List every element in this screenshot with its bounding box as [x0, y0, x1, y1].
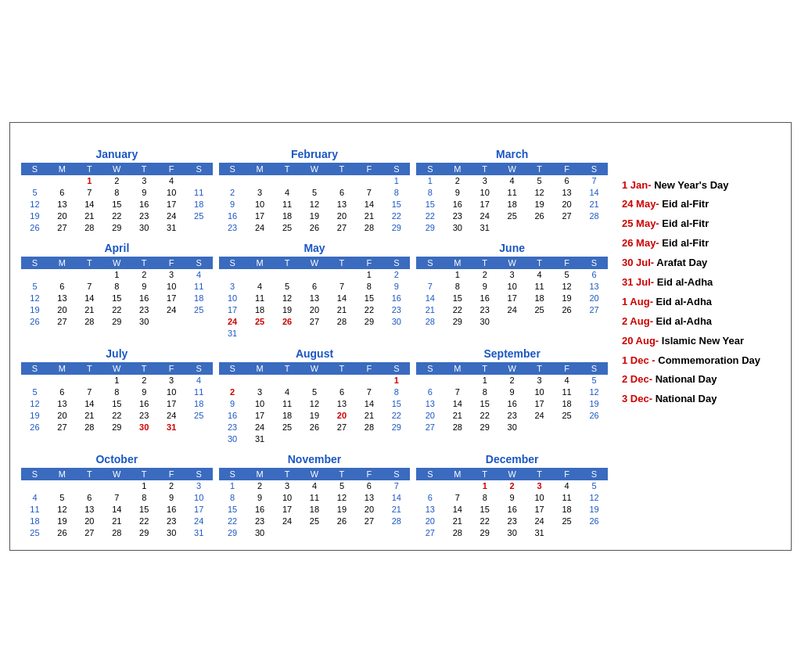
day-header: T [526, 163, 553, 175]
calendar-day: 16 [219, 410, 246, 422]
calendar-day: 6 [355, 480, 383, 492]
day-header: W [301, 468, 329, 480]
holiday-item: 2 Dec- National Day [622, 373, 780, 386]
calendar-day: 13 [580, 281, 608, 293]
day-header: T [526, 362, 553, 375]
calendar-day [553, 222, 580, 234]
calendar-day: 25 [301, 516, 329, 527]
day-header: S [580, 163, 608, 175]
day-header: S [416, 257, 444, 269]
day-header: M [246, 362, 274, 375]
calendar-day: 12 [21, 398, 48, 410]
calendar-day: 5 [48, 492, 76, 504]
day-header: S [185, 468, 213, 480]
calendar-day: 11 [274, 199, 301, 210]
holiday-item: 24 May- Eid al-Fitr [622, 198, 780, 211]
calendar-day: 19 [526, 199, 553, 210]
calendar-day: 22 [471, 516, 498, 527]
calendar-day: 2 [498, 480, 526, 492]
day-header: M [444, 163, 471, 175]
calendar-day [48, 480, 76, 492]
month-block: AprilSMTWTFS1234567891011121314151617181… [21, 242, 213, 340]
calendar-day: 11 [553, 492, 580, 504]
calendar-day [185, 222, 213, 234]
day-header: W [498, 468, 526, 480]
month-table: SMTWTFS123456789101112131415161718192021… [416, 257, 608, 328]
calendar-day: 7 [103, 492, 131, 504]
calendar-day: 22 [103, 210, 131, 222]
holiday-date: 20 Aug- [622, 335, 659, 347]
calendar-day: 28 [103, 527, 131, 539]
calendar-day [355, 527, 383, 539]
day-header: M [444, 468, 471, 480]
calendar-day: 7 [76, 386, 103, 398]
calendar-day: 2 [219, 386, 246, 398]
calendar-day: 12 [301, 199, 329, 210]
calendar-day [185, 175, 213, 187]
calendar-day [444, 375, 471, 386]
calendar-day: 18 [185, 398, 213, 410]
calendar-day: 22 [355, 304, 383, 316]
calendar-day: 9 [498, 386, 526, 398]
calendar-day: 18 [274, 210, 301, 222]
calendar-day: 8 [383, 187, 410, 199]
calendar-day: 17 [158, 199, 185, 210]
calendar-day: 21 [355, 210, 383, 222]
calendar-day: 9 [471, 281, 498, 293]
calendar-day: 7 [416, 281, 444, 293]
holiday-name: National Day [652, 393, 717, 404]
calendar-day: 16 [131, 199, 158, 210]
calendar-day: 22 [103, 410, 131, 422]
day-header: S [580, 362, 608, 375]
calendar-day [416, 269, 444, 281]
calendar-day: 29 [383, 222, 410, 234]
calendar-day: 21 [444, 410, 471, 422]
calendar-day: 12 [580, 386, 608, 398]
calendar-day: 29 [103, 422, 131, 433]
calendar-day: 2 [444, 175, 471, 187]
calendar-day: 30 [131, 222, 158, 234]
calendar-day: 24 [219, 316, 246, 328]
calendar-day: 26 [301, 422, 329, 433]
calendar-day: 17 [219, 304, 246, 316]
calendar-day: 6 [48, 386, 76, 398]
month-table: SMTWTFS123456789101112131415161718192021… [416, 362, 608, 433]
day-header: F [553, 362, 580, 375]
calendar-day: 5 [526, 175, 553, 187]
calendar-day: 5 [328, 480, 355, 492]
calendar-day: 24 [158, 304, 185, 316]
calendar-day: 13 [328, 199, 355, 210]
calendar-day: 16 [131, 398, 158, 410]
calendar-day [246, 269, 274, 281]
calendar-day: 13 [416, 504, 444, 516]
calendar-day: 12 [526, 187, 553, 199]
calendar-day: 14 [444, 398, 471, 410]
calendar-day: 13 [48, 199, 76, 210]
calendar-day: 27 [48, 422, 76, 433]
day-header: T [76, 468, 103, 480]
calendar-day: 16 [498, 398, 526, 410]
calendar-day: 23 [498, 410, 526, 422]
calendar-day: 10 [158, 187, 185, 199]
calendar-day: 9 [444, 187, 471, 199]
calendar-day: 29 [471, 422, 498, 433]
calendar-day: 1 [383, 175, 410, 187]
calendar-day: 21 [76, 304, 103, 316]
day-header: S [219, 257, 246, 269]
calendar-day: 20 [48, 304, 76, 316]
calendar-day [498, 316, 526, 328]
calendar-day: 19 [21, 410, 48, 422]
day-header: T [328, 468, 355, 480]
calendar-day: 24 [185, 516, 213, 527]
day-header: S [185, 163, 213, 175]
calendar-day: 6 [76, 492, 103, 504]
calendar-day: 23 [246, 516, 274, 527]
holiday-item: 25 May- Eid al-Fitr [622, 217, 780, 231]
calendar-day: 14 [355, 398, 383, 410]
calendar-day: 3 [498, 269, 526, 281]
calendar-day: 16 [498, 504, 526, 516]
holiday-date: 1 Aug- [622, 296, 653, 307]
day-header: F [355, 163, 383, 175]
day-header: S [219, 468, 246, 480]
calendar-day [416, 375, 444, 386]
